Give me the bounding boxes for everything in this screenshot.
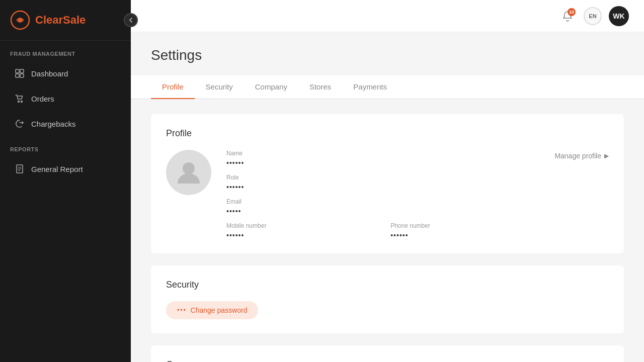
svg-rect-3 <box>20 69 24 73</box>
orders-icon <box>14 93 25 104</box>
sidebar-item-dashboard[interactable]: Dashboard <box>4 62 127 85</box>
email-value: ••••• <box>226 207 539 215</box>
tab-company[interactable]: Company <box>244 75 298 99</box>
svg-point-7 <box>21 101 23 103</box>
report-icon <box>14 163 25 174</box>
avatar <box>166 150 211 195</box>
tab-payments[interactable]: Payments <box>342 75 398 99</box>
sidebar-item-general-report[interactable]: General Report <box>4 157 127 180</box>
security-section-title: Security <box>166 280 609 290</box>
sidebar-header: ClearSale <box>0 0 131 41</box>
sidebar-item-general-report-label: General Report <box>31 165 83 173</box>
svg-rect-5 <box>20 74 24 77</box>
settings-tabs: Profile Security Company Stores Payments <box>131 75 644 99</box>
manage-profile-label: Manage profile <box>554 152 601 160</box>
main-area: 10 EN WK Settings Profile Security Compa… <box>131 0 644 362</box>
tab-security[interactable]: Security <box>195 75 244 99</box>
sidebar-toggle-button[interactable] <box>124 13 138 27</box>
profile-fields: Name •••••• Role •••••• Email ••••• Mobi… <box>226 150 539 239</box>
role-field-group: Role •••••• <box>226 174 375 191</box>
profile-card: Profile Name •••••• <box>151 114 624 253</box>
notification-badge: 10 <box>568 8 576 16</box>
svg-point-6 <box>18 101 20 103</box>
manage-profile-link[interactable]: Manage profile ▶ <box>554 152 609 160</box>
svg-point-12 <box>183 162 195 174</box>
profile-section-title: Profile <box>166 128 609 139</box>
mobile-value: •••••• <box>226 231 375 239</box>
mobile-label: Mobile number <box>226 222 375 229</box>
name-field-group: Name •••••• <box>226 150 375 167</box>
name-label: Name <box>226 150 375 157</box>
sidebar-item-orders[interactable]: Orders <box>4 87 127 110</box>
role-label: Role <box>226 174 375 181</box>
mobile-field-group: Mobile number •••••• <box>226 222 375 239</box>
topbar-actions: 10 EN WK <box>558 6 629 26</box>
email-field-group: Email ••••• <box>226 198 539 215</box>
role-value: •••••• <box>226 183 375 191</box>
company-section-title: Company <box>166 359 609 362</box>
sidebar-section-reports: Reports <box>0 136 131 156</box>
dashboard-icon <box>14 68 25 79</box>
language-button[interactable]: EN <box>584 7 602 25</box>
page-title: Settings <box>151 47 624 63</box>
sidebar-item-orders-label: Orders <box>31 95 54 103</box>
company-card: Company Name Veidt's Industries Primary … <box>151 345 624 362</box>
logo-text: ClearSale <box>35 14 86 27</box>
sidebar-item-chargebacks[interactable]: Chargebacks <box>4 112 127 135</box>
phone-field-group: Phone number •••••• <box>390 222 539 239</box>
svg-rect-2 <box>16 69 19 73</box>
email-label: Email <box>226 198 539 205</box>
sidebar-item-dashboard-label: Dashboard <box>31 69 68 78</box>
phone-value: •••••• <box>390 231 539 239</box>
sidebar: ClearSale Fraud Management Dashboard <box>0 0 131 362</box>
tab-profile[interactable]: Profile <box>151 75 195 99</box>
change-password-icon: ••• <box>177 307 187 314</box>
change-password-button[interactable]: ••• Change password <box>166 301 258 319</box>
security-card: Security ••• Change password <box>151 265 624 333</box>
notification-button[interactable]: 10 <box>558 7 577 25</box>
svg-point-1 <box>18 18 22 22</box>
name-value: •••••• <box>226 159 375 167</box>
phone-label: Phone number <box>390 222 539 229</box>
profile-row: Name •••••• Role •••••• Email ••••• Mobi… <box>166 150 609 239</box>
svg-rect-4 <box>16 74 19 77</box>
user-avatar[interactable]: WK <box>609 6 629 26</box>
chargebacks-icon <box>14 118 25 129</box>
logo-icon <box>10 10 30 30</box>
sidebar-item-chargebacks-label: Chargebacks <box>31 120 75 128</box>
change-password-label: Change password <box>191 306 248 314</box>
sidebar-section-fraud: Fraud Management <box>0 41 131 61</box>
topbar: 10 EN WK <box>131 0 644 32</box>
page-content: Settings Profile Security Company Stores… <box>131 32 644 362</box>
tab-stores[interactable]: Stores <box>298 75 342 99</box>
avatar-person-icon <box>175 158 203 187</box>
manage-profile-arrow: ▶ <box>604 152 609 159</box>
